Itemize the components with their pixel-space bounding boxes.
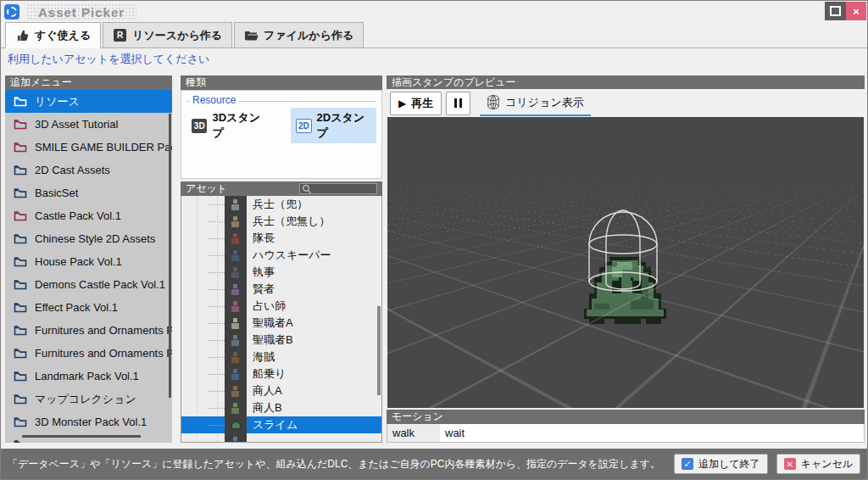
asset-tree-list: 兵士（兜） 兵士（兜無し） 隊長 ハウスキーパー 執事 賢者 xyxy=(181,196,382,443)
tab-ready-to-use[interactable]: すぐ使える xyxy=(5,22,101,48)
stamp-2d-label: 2Dスタンプ xyxy=(317,110,371,141)
collision-toggle[interactable]: コリジョン表示 xyxy=(480,91,591,116)
asset-row[interactable]: 海賊 xyxy=(181,349,381,366)
sidebar-item-label: Chinese Style 2D Assets xyxy=(35,232,155,245)
folder-icon xyxy=(14,119,27,130)
sidebar-vertical-scrollbar[interactable] xyxy=(169,114,171,398)
folder-icon xyxy=(14,439,27,443)
sidebar-item-label: BasicSet xyxy=(35,187,78,199)
sidebar-item[interactable]: 3D Monster Pack Vol.1 xyxy=(5,410,172,433)
asset-list-scrollbar[interactable] xyxy=(377,306,381,395)
tab-create-from-resource[interactable]: R リソースから作る xyxy=(103,22,232,48)
play-label: 再生 xyxy=(411,96,433,111)
motion-item-walk[interactable]: walk xyxy=(387,424,440,442)
sidebar-item[interactable]: BasicSet xyxy=(5,181,172,204)
sidebar-horizontal-scrollbar[interactable] xyxy=(22,435,141,438)
asset-row[interactable]: 商人A xyxy=(181,382,381,399)
stamp-3d-label: 3Dスタンプ xyxy=(212,110,267,141)
stamp-2d-icon: 2D xyxy=(296,119,312,133)
asset-row[interactable]: ハウスキーパー xyxy=(181,247,381,264)
sidebar-item[interactable]: Landmark Pack Vol.1 xyxy=(5,365,172,388)
sidebar-item[interactable]: Chinese Style 2D Assets xyxy=(5,227,172,250)
titlebar: Asset Picker × xyxy=(1,1,867,23)
character-sprite-icon xyxy=(231,318,239,329)
asset-row[interactable]: 商人B xyxy=(181,399,381,416)
folder-icon xyxy=(14,416,27,427)
app-icon xyxy=(4,4,19,20)
play-icon: ▶ xyxy=(398,98,406,109)
close-button[interactable]: × xyxy=(846,2,866,20)
sidebar-item[interactable]: Castle Pack Vol.1 xyxy=(5,204,172,227)
sidebar-item[interactable]: マップコレクション xyxy=(5,388,172,410)
asset-search-input[interactable] xyxy=(299,183,377,194)
stamp-3d-button[interactable]: 3D 3Dスタンプ xyxy=(186,108,272,143)
search-icon xyxy=(302,184,312,194)
sidebar-item[interactable]: Demons Castle Pack Vol.1 xyxy=(5,273,172,296)
add-and-finish-label: 追加して終了 xyxy=(698,457,760,472)
sidebar-item[interactable]: 2D Cast Assets xyxy=(5,159,172,181)
cancel-button[interactable]: ✕ キャンセル xyxy=(776,454,860,474)
add-and-finish-button[interactable]: ✓ 追加して終了 xyxy=(674,454,768,474)
sidebar-item-label: リソース xyxy=(35,94,80,109)
sidebar-item[interactable]: 3D Asset Tutorial xyxy=(5,113,172,136)
asset-row[interactable]: 船乗り xyxy=(181,366,381,382)
sidebar-item-label: 3D Asset Tutorial xyxy=(35,118,118,131)
collision-wireframe-icon xyxy=(487,94,500,110)
asset-row[interactable]: 占い師 xyxy=(181,298,381,315)
status-bar: 「データベース」や「リソース」に登録したアセットや、組み込んだDLC、またはご自… xyxy=(1,449,867,479)
thumbs-up-icon xyxy=(15,29,30,42)
asset-label: 執事 xyxy=(253,265,275,280)
asset-row[interactable]: 隊長 xyxy=(181,230,381,247)
character-sprite-icon xyxy=(231,352,239,363)
tab-create-from-file[interactable]: ファイルから作る xyxy=(234,22,364,48)
folder-icon xyxy=(14,348,27,359)
asset-row[interactable]: 兵士（兜無し） xyxy=(181,213,381,230)
asset-row[interactable]: 聖職者B xyxy=(181,332,381,349)
asset-row[interactable]: 執事 xyxy=(181,264,381,281)
character-sprite-icon xyxy=(231,386,239,397)
preview-panel: 描画スタンプのプレビュー ▶ 再生 コリジ xyxy=(387,75,865,443)
asset-row[interactable]: 聖職者A xyxy=(181,315,381,332)
tab-label: リソースから作る xyxy=(132,28,222,43)
asset-label: 商人A xyxy=(253,383,282,399)
stamp-3d-icon: 3D xyxy=(192,119,207,133)
close-icon: × xyxy=(853,5,860,18)
asset-label: 占い師 xyxy=(253,299,286,314)
sidebar-item[interactable]: Furnitures and Ornaments Pa... xyxy=(5,319,172,342)
asset-label: 商人B xyxy=(253,400,282,416)
preview-toolbar: ▶ 再生 コリジョン表示 xyxy=(387,89,865,117)
character-sprite-icon xyxy=(231,403,239,414)
asset-row[interactable]: 兵士（兜） xyxy=(181,196,381,213)
sidebar-item[interactable]: House Pack Vol.1 xyxy=(5,250,172,273)
sidebar-item[interactable]: Furnitures and Ornaments Pa... xyxy=(5,342,172,365)
asset-row[interactable]: 賢者 xyxy=(181,281,381,298)
sidebar-item-resource[interactable]: リソース xyxy=(5,90,172,113)
sidebar-item[interactable]: Effect Pack Vol.1 xyxy=(5,296,172,319)
folder-icon xyxy=(14,210,27,221)
play-button[interactable]: ▶ 再生 xyxy=(390,92,442,115)
cancel-label: キャンセル xyxy=(801,457,853,472)
asset-label: 聖職者A xyxy=(253,315,293,331)
asset-label: 船乗り xyxy=(253,366,286,382)
group-label: Resource xyxy=(189,94,239,106)
motion-item-wait[interactable]: wait xyxy=(440,424,492,442)
type-and-asset-column: 種類 Resource 3D 3Dスタンプ 2D 2Dスタンプ アセット xyxy=(181,75,382,443)
stamp-2d-button[interactable]: 2D 2Dスタンプ xyxy=(291,108,376,143)
sidebar-item[interactable]: SMILE GAME BUILDER Pack xyxy=(5,136,172,159)
asset-row[interactable] xyxy=(181,433,381,443)
preview-3d-viewport[interactable] xyxy=(387,117,864,408)
maximize-button[interactable] xyxy=(825,2,846,20)
sidebar-item-label: SMILE GAME BUILDER Pack xyxy=(35,141,172,153)
checkbox-check-icon: ✓ xyxy=(682,458,693,470)
tab-label: すぐ使える xyxy=(35,28,91,43)
slime-sprite-icon xyxy=(231,421,241,429)
maximize-icon xyxy=(830,6,841,16)
asset-row-slime-selected[interactable]: スライム xyxy=(181,416,381,433)
add-menu-header: 追加メニュー xyxy=(5,75,172,90)
asset-label: スライム xyxy=(253,417,298,433)
folder-icon xyxy=(14,142,27,153)
asset-label: 兵士（兜） xyxy=(253,197,308,212)
resource-groupbox: Resource 3D 3Dスタンプ 2D 2Dスタンプ xyxy=(181,90,382,179)
collision-label: コリジョン表示 xyxy=(505,95,584,110)
pause-button[interactable] xyxy=(446,92,470,115)
